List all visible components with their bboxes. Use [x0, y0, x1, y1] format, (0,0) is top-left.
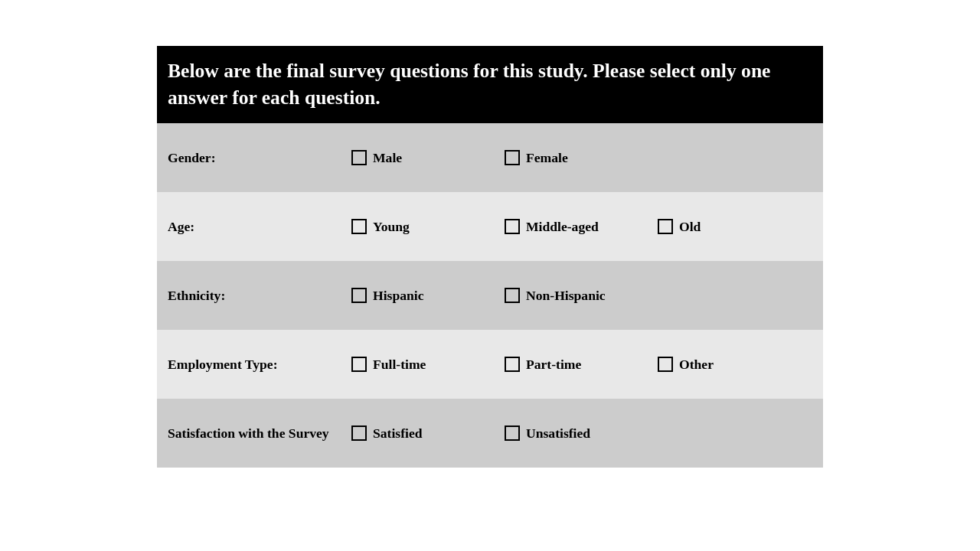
options-gender: MaleFemale	[351, 150, 812, 166]
option-age-young[interactable]: Young	[351, 219, 505, 235]
option-ethnicity-hispanic[interactable]: Hispanic	[351, 288, 505, 304]
option-age-old[interactable]: Old	[658, 219, 811, 235]
label-ethnicity: Ethnicity:	[168, 288, 351, 304]
option-label-ethnicity-non-hispanic: Non-Hispanic	[526, 288, 606, 304]
option-label-gender-female: Female	[526, 150, 568, 166]
survey-title: Below are the final survey questions for…	[168, 58, 812, 111]
checkbox-icon-age-young[interactable]	[351, 219, 367, 234]
option-satisfaction-satisfied[interactable]: Satisfied	[351, 425, 505, 442]
option-label-employment-full-time: Full-time	[373, 357, 426, 373]
label-age: Age:	[168, 219, 351, 235]
options-employment: Full-timePart-timeOther	[351, 357, 812, 373]
option-employment-part-time[interactable]: Part-time	[505, 357, 658, 373]
option-label-satisfaction-satisfied: Satisfied	[373, 425, 423, 442]
option-employment-full-time[interactable]: Full-time	[351, 357, 505, 373]
survey-header: Below are the final survey questions for…	[157, 46, 823, 123]
checkbox-icon-age-old[interactable]	[658, 219, 673, 234]
survey-body: Gender:MaleFemaleAge:YoungMiddle-agedOld…	[157, 123, 823, 468]
checkbox-icon-employment-other[interactable]	[658, 357, 673, 372]
option-label-satisfaction-unsatisfied: Unsatisfied	[526, 425, 590, 442]
survey-row-age: Age:YoungMiddle-agedOld	[157, 192, 823, 261]
survey-row-gender: Gender:MaleFemale	[157, 123, 823, 192]
option-gender-male[interactable]: Male	[351, 150, 505, 166]
label-gender: Gender:	[168, 150, 351, 166]
option-satisfaction-unsatisfied[interactable]: Unsatisfied	[505, 425, 658, 442]
label-satisfaction: Satisfaction with the Survey	[168, 425, 351, 442]
checkbox-icon-employment-full-time[interactable]	[351, 357, 367, 372]
option-ethnicity-non-hispanic[interactable]: Non-Hispanic	[505, 288, 658, 304]
checkbox-icon-satisfaction-unsatisfied[interactable]	[505, 425, 520, 441]
option-label-age-middle-aged: Middle-aged	[526, 219, 599, 235]
option-label-ethnicity-hispanic: Hispanic	[373, 288, 423, 304]
option-label-age-old: Old	[679, 219, 701, 235]
checkbox-icon-gender-male[interactable]	[351, 150, 367, 165]
options-age: YoungMiddle-agedOld	[351, 219, 812, 235]
survey-row-satisfaction: Satisfaction with the SurveySatisfiedUns…	[157, 399, 823, 468]
checkbox-icon-ethnicity-non-hispanic[interactable]	[505, 288, 520, 303]
survey-container: Below are the final survey questions for…	[157, 46, 823, 468]
option-label-employment-part-time: Part-time	[526, 357, 581, 373]
option-gender-female[interactable]: Female	[505, 150, 658, 166]
checkbox-icon-age-middle-aged[interactable]	[505, 219, 520, 234]
option-employment-other[interactable]: Other	[658, 357, 811, 373]
options-ethnicity: HispanicNon-Hispanic	[351, 288, 812, 304]
checkbox-icon-employment-part-time[interactable]	[505, 357, 520, 372]
option-label-age-young: Young	[373, 219, 410, 235]
option-label-employment-other: Other	[679, 357, 714, 373]
option-age-middle-aged[interactable]: Middle-aged	[505, 219, 658, 235]
label-employment: Employment Type:	[168, 357, 351, 373]
checkbox-icon-satisfaction-satisfied[interactable]	[351, 425, 367, 441]
survey-row-employment: Employment Type:Full-timePart-timeOther	[157, 330, 823, 399]
checkbox-icon-ethnicity-hispanic[interactable]	[351, 288, 367, 303]
options-satisfaction: SatisfiedUnsatisfied	[351, 425, 812, 442]
option-label-gender-male: Male	[373, 150, 402, 166]
checkbox-icon-gender-female[interactable]	[505, 150, 520, 165]
survey-row-ethnicity: Ethnicity:HispanicNon-Hispanic	[157, 261, 823, 330]
